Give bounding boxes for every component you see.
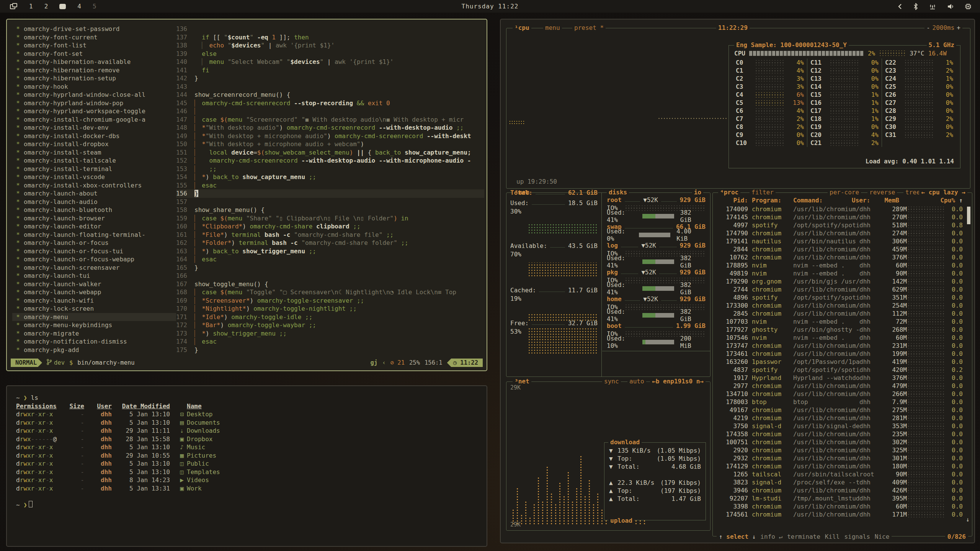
file-item[interactable]: *omarchy-hyprland-window-close-all: [12, 91, 176, 99]
process-row[interactable]: 10762chromium/usr/lib/chromium/chromdhh3…: [716, 253, 963, 261]
scroll-down-icon[interactable]: ↓: [966, 516, 970, 523]
code-line[interactable]: 173▏ *) show_trigger_menu ;;: [176, 329, 484, 338]
process-row[interactable]: 3750signal-d/usr/lib/signal-desktopdhh35…: [716, 422, 963, 430]
code-line[interactable]: 145▏ omarchy-cmd-screenrecord --stop-rec…: [176, 99, 484, 108]
workspace-3[interactable]: [59, 4, 66, 9]
process-row[interactable]: 49819nvimnvim --embed .dhh90M0.0: [716, 269, 963, 277]
code-line[interactable]: 152▏ omarchy-cmd-screenrecord --with-des…: [176, 156, 484, 165]
file-item[interactable]: *omarchy-hyprland-window-pop: [12, 99, 176, 108]
process-row[interactable]: 4219chromium/usr/lib/chromium/chromdhh28…: [716, 414, 963, 422]
code-line[interactable]: 142}: [176, 74, 484, 83]
file-item[interactable]: *omarchy-launch-screensaver: [12, 264, 176, 272]
process-row[interactable]: 2920chromium/usr/lib/chromium/chromdhh32…: [716, 446, 963, 454]
code-line[interactable]: 155▏ esac: [176, 181, 484, 190]
file-item[interactable]: *omarchy-launch-or-focus-tui: [12, 247, 176, 256]
code-line[interactable]: 136: [176, 25, 484, 33]
workspace-2[interactable]: 2: [44, 3, 48, 10]
code-line[interactable]: 147▏ case $(menu "Screenrecord" "◼ With …: [176, 116, 484, 124]
process-row[interactable]: 2932chromium/usr/lib/chromium/chromdhh30…: [716, 454, 963, 462]
cpu-panel-title[interactable]: ¹cpu: [513, 24, 531, 31]
code-line[interactable]: 153▏ ;;: [176, 165, 484, 173]
kill-control[interactable]: Kill: [823, 533, 842, 540]
file-item[interactable]: *omarchy-launch-editor: [12, 222, 176, 231]
process-row[interactable]: 1632601passwor/opt/1Password/1passwordhh…: [716, 358, 963, 366]
file-item[interactable]: *omarchy-menu-keybindings: [12, 321, 176, 329]
file-item[interactable]: *omarchy-launch-about: [12, 189, 176, 198]
workspace-4[interactable]: 4: [77, 3, 81, 10]
code-line[interactable]: 160▏ *Clipboard*) omarchy-cmd-share clip…: [176, 222, 484, 231]
code-line[interactable]: 165}: [176, 264, 484, 272]
file-item[interactable]: *omarchy-drive-set-password: [12, 25, 176, 33]
process-row[interactable]: 49167chromium/usr/lib/chromium/chromdhh2…: [716, 406, 963, 414]
file-item[interactable]: *omarchy-install-dev-env: [12, 124, 176, 132]
file-item[interactable]: *omarchy-hibernation-remove: [12, 66, 176, 75]
select-control[interactable]: ↑ select ↓: [717, 533, 758, 540]
file-item[interactable]: *omarchy-launch-or-focus: [12, 239, 176, 247]
diagnostics-warning[interactable]: ⊘ 21: [390, 359, 405, 366]
net-interface[interactable]: ←b enp191s0 n→: [650, 378, 706, 385]
process-row[interactable]: 179290org.gnom/usr/bin/gjs /usr/lib/odhh…: [716, 277, 963, 285]
process-row[interactable]: 4997spotify/opt/spotify/spotify --dhh518…: [716, 221, 963, 229]
process-row[interactable]: 177927ghostty/usr/bin/ghostty --gtk-dhh2…: [716, 326, 963, 334]
terminal-window[interactable]: ~ ❯ ls PermissionsSizeUserDate ModifiedN…: [6, 385, 487, 547]
code-line[interactable]: 175}: [176, 346, 484, 354]
file-item[interactable]: *omarchy-launch-or-focus-webapp: [12, 255, 176, 264]
process-row[interactable]: 2977chromium/usr/lib/chromium/chromdhh47…: [716, 382, 963, 390]
code-line[interactable]: 139 else: [176, 50, 484, 58]
process-row[interactable]: 3398chromium/usr/lib/chromium/chromdhh60…: [716, 502, 963, 510]
file-item[interactable]: *omarchy-launch-wifi: [12, 297, 176, 305]
file-item[interactable]: *omarchy-launch-bluetooth: [12, 206, 176, 214]
code-line[interactable]: 148▏ *"With desktop audio") omarchy-cmd-…: [176, 124, 484, 132]
file-item[interactable]: *omarchy-font-set: [12, 50, 176, 58]
code-line[interactable]: 162▏ *Folder*) terminal bash -c "omarchy…: [176, 239, 484, 247]
code-line[interactable]: 163▏ *) back_to show_trigger_menu ;;: [176, 247, 484, 256]
network-icon[interactable]: [929, 3, 936, 10]
disks-title[interactable]: disks: [607, 189, 629, 196]
code-line[interactable]: 141 fi: [176, 66, 484, 75]
file-item[interactable]: *omarchy-lock-screen: [12, 305, 176, 313]
process-row[interactable]: 174009chromium/usr/lib/chromium/chromdhh…: [716, 205, 963, 213]
bluetooth-icon[interactable]: [913, 3, 918, 10]
git-branch[interactable]: dev: [47, 359, 65, 367]
code-line[interactable]: 171▏ *Idle*) omarchy-toggle-idle ;;: [176, 313, 484, 321]
workspace-5[interactable]: 5: [93, 3, 96, 10]
process-panel-title[interactable]: ⁴proc: [718, 189, 740, 196]
refresh-interval[interactable]: -2000ms+: [924, 24, 962, 31]
code-line[interactable]: 164▏ esac: [176, 255, 484, 264]
proc-filter[interactable]: filter: [750, 189, 776, 196]
net-tab-auto[interactable]: auto: [627, 378, 646, 385]
process-row[interactable]: 2744chromium/usr/lib/chromium/chromdhh62…: [716, 285, 963, 293]
file-item[interactable]: *omarchy-font-list: [12, 41, 176, 50]
process-row[interactable]: 2844chromium/usr/lib/chromium/chromdhh45…: [716, 245, 963, 253]
file-item[interactable]: *omarchy-hyprland-workspace-toggle: [12, 107, 176, 116]
file-item[interactable]: *omarchy-migrate: [12, 329, 176, 338]
code-line[interactable]: 168▏ case $(menu "Toggle" "▢ Screensaver…: [176, 288, 484, 297]
process-row[interactable]: 100751chromium/usr/lib/chromium/chromdhh…: [716, 438, 963, 446]
code-line[interactable]: 138 ▏ echo "$devices" | awk '{print $1}': [176, 41, 484, 50]
file-item[interactable]: *omarchy-launch-audio: [12, 198, 176, 206]
chevron-left-icon[interactable]: [897, 3, 903, 10]
preset-button[interactable]: preset *: [572, 24, 606, 31]
process-row[interactable]: 174145chromium/usr/lib/chromium/chromdhh…: [716, 213, 963, 221]
code-line[interactable]: 144show_screenrecord_menu() {: [176, 91, 484, 99]
file-item[interactable]: *omarchy-hook: [12, 83, 176, 91]
code-line[interactable]: 140 ▏ menu "Select Webcam" "$devices" | …: [176, 58, 484, 66]
process-row[interactable]: 173747chromium/usr/lib/chromium/chromdhh…: [716, 342, 963, 350]
code-line[interactable]: 137 if [[ "$count" -eq 1 ]]; then: [176, 33, 484, 42]
process-row[interactable]: 107546nvimnvim --embed .dhh60M0.0: [716, 334, 963, 342]
code-line[interactable]: 166: [176, 272, 484, 280]
net-tab-sync[interactable]: sync: [602, 378, 621, 385]
process-row[interactable]: 2845chromium/usr/lib/chromium/chromdhh11…: [716, 310, 963, 318]
process-row[interactable]: 3823signal-d/proc/self/exe --type=rdhh40…: [716, 478, 963, 486]
code-line[interactable]: 167show_toggle_menu() {: [176, 280, 484, 289]
code-line[interactable]: 161▏ *File*) terminal bash -c "omarchy-c…: [176, 231, 484, 239]
code-line[interactable]: 149▏ *"With desktop + microphone audio")…: [176, 132, 484, 140]
process-row[interactable]: 1265tailscal/usr/sbin/tailscaled --root9…: [716, 470, 963, 478]
code-line[interactable]: 146▏: [176, 107, 484, 116]
process-row[interactable]: 1917HyprlandHyprland --watchdog-fddhh376…: [716, 374, 963, 382]
process-row[interactable]: 178895nvimnvim --embed .dhh60M0.0: [716, 261, 963, 269]
file-item[interactable]: *omarchy-pkg-add: [12, 346, 176, 354]
terminate-control[interactable]: terminate: [785, 533, 823, 540]
proc-sort[interactable]: ← cpu lazy →: [919, 189, 967, 196]
file-item[interactable]: *omarchy-menu: [12, 313, 176, 321]
